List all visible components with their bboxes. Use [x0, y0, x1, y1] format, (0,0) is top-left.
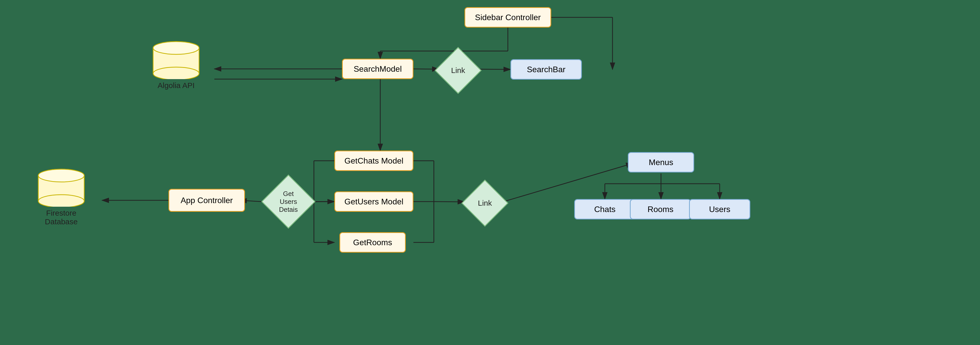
- getusers-model-node: GetUsers Model: [334, 191, 414, 212]
- rooms-node: Rooms: [630, 199, 691, 219]
- menus-node: Menus: [628, 152, 694, 172]
- svg-point-35: [153, 41, 199, 54]
- sidebar-controller-label: Sidebar Controller: [475, 13, 541, 22]
- searchbar-node: SearchBar: [511, 59, 582, 79]
- firestore-cylinder-svg: [36, 169, 87, 207]
- link-main-diamond: Link: [465, 183, 505, 224]
- svg-line-21: [503, 163, 633, 202]
- search-model-node: SearchModel: [342, 59, 414, 79]
- link-search-label: Link: [451, 66, 465, 75]
- app-controller-label: App Controller: [181, 196, 233, 205]
- getchats-model-label: GetChats Model: [344, 156, 403, 165]
- svg-point-34: [153, 67, 199, 79]
- firestore-node: Firestore Database: [36, 169, 87, 226]
- menus-label: Menus: [649, 158, 673, 167]
- link-main-label: Link: [478, 199, 492, 207]
- users-label: Users: [709, 205, 730, 214]
- search-model-label: SearchModel: [354, 64, 402, 74]
- get-users-details-label: Get Users Detais: [277, 190, 300, 214]
- arrows-svg: [0, 0, 980, 345]
- algolia-cylinder-svg: [151, 41, 202, 79]
- svg-point-40: [38, 195, 84, 207]
- algolia-api-label: Algolia API: [158, 81, 194, 90]
- algolia-api-node: Algolia API: [151, 41, 202, 90]
- rooms-label: Rooms: [648, 205, 673, 214]
- diagram-container: Sidebar Controller SearchModel Algolia A…: [0, 0, 980, 345]
- chats-label: Chats: [594, 205, 616, 214]
- getrooms-label: GetRooms: [353, 238, 392, 247]
- svg-line-18: [434, 202, 465, 202]
- getchats-model-node: GetChats Model: [334, 151, 414, 171]
- svg-point-41: [38, 169, 84, 182]
- getrooms-node: GetRooms: [339, 232, 406, 253]
- chats-node: Chats: [574, 199, 635, 219]
- svg-line-9: [414, 69, 439, 69]
- firestore-label: Firestore Database: [45, 209, 78, 226]
- sidebar-controller-node: Sidebar Controller: [465, 7, 551, 27]
- get-users-details-diamond: Get Users Detais: [266, 179, 311, 224]
- searchbar-label: SearchBar: [527, 65, 565, 74]
- getusers-model-label: GetUsers Model: [344, 197, 403, 207]
- users-node: Users: [689, 199, 750, 219]
- app-controller-node: App Controller: [169, 189, 245, 212]
- link-search-diamond: Link: [438, 50, 479, 91]
